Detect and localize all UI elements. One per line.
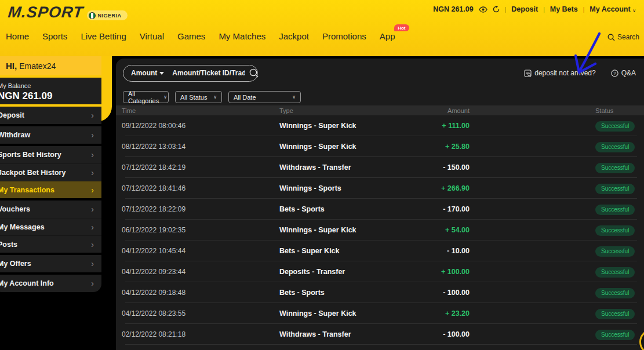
- nav-jackpot[interactable]: Jackpot: [279, 31, 309, 41]
- filters-row: All Categories∨ All Status∨ All Date∨: [123, 91, 301, 103]
- transaction-status: Successful: [470, 162, 644, 173]
- transaction-time: 07/12/2022 18:41:46: [122, 184, 279, 192]
- transaction-type: Bets - Super Kick: [279, 247, 401, 255]
- search-icon: [607, 34, 615, 41]
- table-row[interactable]: 06/12/2022 19:02:35 Winnings - Super Kic…: [116, 220, 644, 240]
- nav-virtual[interactable]: Virtual: [140, 31, 164, 41]
- transaction-time: 06/12/2022 19:02:35: [122, 226, 279, 234]
- refresh-icon[interactable]: [493, 6, 500, 13]
- sidebar-item-sports-bet-history[interactable]: Sports Bet History›: [0, 146, 101, 163]
- transaction-time: 08/12/2022 13:03:14: [122, 143, 279, 151]
- balance-value: NGN 261.09: [0, 90, 97, 102]
- transaction-amount: - 100.00: [401, 330, 470, 338]
- transaction-type: Winnings - Super Kick: [279, 143, 401, 151]
- region-badge: NIGERIA: [87, 10, 128, 20]
- table-body: 09/12/2022 08:00:46 Winnings - Super Kic…: [116, 115, 644, 345]
- table-row[interactable]: 04/12/2022 09:18:48 Bets - Sports - 100.…: [116, 282, 644, 303]
- status-badge: Successful: [595, 288, 635, 298]
- nav-promotions[interactable]: Promotions: [322, 31, 366, 41]
- search-row: Amount deposit not arrived? ? Q&A: [123, 64, 636, 82]
- table-row[interactable]: 09/12/2022 08:00:46 Winnings - Super Kic…: [116, 115, 644, 136]
- table-header: Time Type Amount Status: [116, 105, 644, 115]
- table-row[interactable]: 04/12/2022 09:23:44 Deposits - Transfer …: [116, 261, 644, 282]
- transaction-type: Bets - Sports: [279, 205, 401, 213]
- my-account-menu[interactable]: My Account ∨: [590, 5, 636, 13]
- nav-games[interactable]: Games: [177, 31, 205, 41]
- chevron-right-icon: ›: [91, 111, 94, 120]
- transaction-search: Amount: [123, 65, 258, 82]
- sidebar-item-withdraw[interactable]: Withdraw›: [0, 126, 101, 144]
- transaction-status: Successful: [470, 266, 644, 278]
- col-time: Time: [122, 107, 279, 114]
- transaction-type: Winnings - Super Kick: [279, 122, 401, 130]
- deposit-not-arrived-link[interactable]: deposit not arrived?: [524, 69, 595, 77]
- nav-my-matches[interactable]: My Matches: [219, 31, 265, 41]
- search-icon[interactable]: [249, 68, 259, 78]
- transaction-time: 07/12/2022 18:22:09: [122, 205, 279, 213]
- table-row[interactable]: 08/12/2022 13:03:14 Winnings - Super Kic…: [116, 136, 644, 157]
- nav-sports[interactable]: Sports: [42, 31, 67, 41]
- balance-label: My Balance: [0, 82, 97, 89]
- sidebar-group: Sports Bet History› Jackpot Bet History›…: [0, 146, 101, 198]
- transaction-type: Bets - Sports: [279, 289, 401, 297]
- sidebar-item-my-offers[interactable]: My Offers›: [0, 255, 101, 272]
- brand-logo[interactable]: M.SPORT NIGERIA: [8, 3, 128, 21]
- table-row[interactable]: 02/12/2022 08:21:18 Withdraws - Transfer…: [116, 324, 644, 345]
- user-greeting: HI, Ematex24: [0, 56, 101, 75]
- header-search[interactable]: Search: [607, 33, 639, 41]
- deposit-link[interactable]: Deposit: [511, 5, 538, 13]
- transaction-type: Withdraws - Transfer: [279, 163, 401, 172]
- sidebar-item-vouchers[interactable]: Vouchers›: [0, 200, 101, 218]
- nav-app[interactable]: App Hot: [380, 31, 395, 41]
- balance-block: My Balance NGN 261.09: [0, 78, 101, 104]
- nav-home[interactable]: Home: [6, 31, 29, 41]
- nigeria-flag-icon: [89, 12, 96, 19]
- qa-link[interactable]: ? Q&A: [611, 69, 636, 77]
- transaction-type: Winnings - Super Kick: [279, 309, 401, 318]
- eye-icon[interactable]: [479, 6, 487, 13]
- sidebar-item-jackpot-bet-history[interactable]: Jackpot Bet History›: [0, 163, 101, 181]
- sidebar-group: My Offers›: [0, 255, 101, 272]
- status-badge: Successful: [595, 142, 635, 152]
- sidebar-group: My Account Info›: [0, 275, 101, 292]
- status-badge: Successful: [595, 246, 635, 257]
- sidebar-item-my-messages[interactable]: My Messages›: [0, 218, 101, 235]
- filter-all-status[interactable]: All Status∨: [175, 91, 222, 103]
- table-row[interactable]: 07/12/2022 18:42:19 Withdraws - Transfer…: [116, 157, 644, 178]
- filter-all-date[interactable]: All Date∨: [228, 91, 301, 103]
- transaction-time: 04/12/2022 09:18:48: [122, 289, 279, 297]
- my-bets-link[interactable]: My Bets: [550, 5, 578, 13]
- sidebar-item-my-transactions[interactable]: My Transactions›: [0, 181, 101, 198]
- chevron-right-icon: ›: [91, 223, 94, 232]
- col-status: Status: [470, 107, 644, 114]
- transaction-status: Successful: [470, 308, 644, 319]
- sidebar-item-my-account-info[interactable]: My Account Info›: [0, 275, 101, 292]
- divider: |: [543, 6, 545, 13]
- transaction-time: 02/12/2022 08:21:18: [122, 330, 279, 338]
- nav-live-betting[interactable]: Live Betting: [81, 31, 126, 41]
- status-badge: Successful: [595, 225, 635, 236]
- table-row[interactable]: 07/12/2022 18:41:46 Winnings - Sports + …: [116, 178, 644, 199]
- status-badge: Successful: [595, 330, 635, 340]
- transaction-time: 04/12/2022 08:23:55: [122, 309, 279, 318]
- chevron-down-icon: ∨: [292, 94, 296, 100]
- transaction-amount: + 23.20: [401, 309, 470, 318]
- table-row[interactable]: 04/12/2022 10:45:44 Bets - Super Kick - …: [116, 240, 644, 261]
- transaction-time: 07/12/2022 18:42:19: [122, 163, 279, 172]
- filter-all-categories[interactable]: All Categories∨: [123, 91, 169, 103]
- balance-amount: NGN 261.09: [433, 5, 473, 13]
- transaction-amount: - 150.00: [401, 163, 470, 172]
- search-input[interactable]: [172, 69, 245, 77]
- table-row[interactable]: 04/12/2022 08:23:55 Winnings - Super Kic…: [116, 303, 644, 324]
- sidebar-item-deposit[interactable]: Deposit›: [0, 107, 101, 124]
- transaction-amount: + 111.00: [401, 122, 470, 130]
- table-row[interactable]: 07/12/2022 18:22:09 Bets - Sports - 170.…: [116, 199, 644, 220]
- sidebar-item-posts[interactable]: Posts›: [0, 235, 101, 253]
- chevron-right-icon: ›: [91, 279, 94, 288]
- hot-badge: Hot: [394, 24, 409, 31]
- search-type-selector[interactable]: Amount: [131, 69, 164, 77]
- transaction-type: Deposits - Transfer: [279, 268, 401, 276]
- sidebar: HI, Ematex24 My Balance NGN 261.09 Depos…: [0, 56, 101, 292]
- transaction-amount: + 100.00: [401, 268, 470, 276]
- divider: |: [505, 6, 507, 13]
